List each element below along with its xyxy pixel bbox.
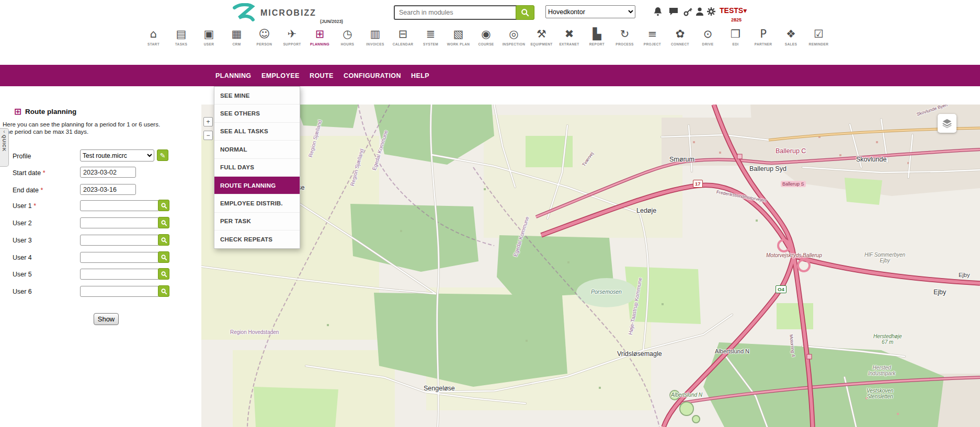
map-zoom-in-button[interactable]: + <box>203 117 213 126</box>
module-support[interactable]: ✈SUPPORT <box>278 27 306 46</box>
chat-icon[interactable] <box>668 6 680 18</box>
module-toolbar: ⌂START ▤TASKS ▣USER ▦CRM ☺PERSON ✈SUPPOR… <box>140 27 833 46</box>
search-icon <box>520 8 530 17</box>
user3-input[interactable] <box>80 235 159 246</box>
user3-label: User 3 <box>13 237 32 244</box>
module-sales[interactable]: ❖SALES <box>777 27 805 46</box>
module-invoices[interactable]: ▥INVOICES <box>361 27 389 46</box>
route-planning-panel: ⊞ Route planning Here you can see the pl… <box>0 86 201 427</box>
user5-search-button[interactable] <box>158 268 169 280</box>
module-tasks[interactable]: ▤TASKS <box>167 27 195 46</box>
map-label-town: Ballerup C <box>776 147 806 155</box>
search-button[interactable] <box>516 5 534 20</box>
user2-label: User 2 <box>13 220 32 227</box>
edit-profile-button[interactable]: ✎ <box>157 149 168 161</box>
map-layers-button[interactable] <box>938 114 956 133</box>
module-start[interactable]: ⌂START <box>140 27 167 46</box>
menu-item-full-days[interactable]: FULL DAYS <box>214 159 300 177</box>
module-edi[interactable]: ❒EDI <box>722 27 749 46</box>
route-map[interactable]: ngløse Smørum Tværvej Ballerup Syd Balle… <box>201 105 980 427</box>
module-reminder[interactable]: ☑REMINDER <box>805 27 833 46</box>
map-label-town: Ejby <box>959 272 970 278</box>
planning-dropdown-menu: SEE MINE SEE OTHERS SEE ALL TASKS NORMAL… <box>214 86 300 249</box>
user3-search-button[interactable] <box>158 234 169 246</box>
company-select[interactable]: Hovedkontor <box>545 5 635 18</box>
user6-input[interactable] <box>80 286 159 297</box>
module-process[interactable]: ↻PROCESS <box>611 27 639 46</box>
map-label-station: Ballerup S <box>781 181 806 187</box>
user2-input[interactable] <box>80 217 159 228</box>
menu-item-normal[interactable]: NORMAL <box>214 141 300 158</box>
reminder-icon: ☑ <box>814 27 824 41</box>
module-connect[interactable]: ✿CONNECT <box>666 27 694 46</box>
module-report[interactable]: ▙REPORT <box>583 27 611 46</box>
user5-input[interactable] <box>80 269 159 280</box>
system-sliders-icon: ≣ <box>426 27 436 41</box>
show-button[interactable]: Show <box>94 313 119 325</box>
layers-icon <box>941 118 953 129</box>
inspection-icon: ◎ <box>509 27 518 41</box>
module-drive[interactable]: ⊙DRIVE <box>694 27 722 46</box>
module-crm[interactable]: ▦CRM <box>223 27 250 46</box>
module-course[interactable]: ◉COURSE <box>472 27 500 46</box>
map-label-town: Albertslund N <box>715 348 749 354</box>
module-inspection[interactable]: ◎INSPECTION <box>500 27 528 46</box>
profile-select[interactable]: Test route.micrc <box>80 149 154 161</box>
module-work-plan[interactable]: ▧WORK PLAN <box>445 27 472 46</box>
notifications-bell-icon[interactable] <box>653 6 664 18</box>
microbizz-app: MICROBIZZ (JUN/2023) Hovedkontor TESTS▾ <box>0 0 980 427</box>
menu-item-see-mine[interactable]: SEE MINE <box>214 87 300 105</box>
menu-route[interactable]: ROUTE <box>310 65 334 86</box>
menu-item-employee-distrib[interactable]: EMPLOYEE DISTRIB. <box>214 194 300 212</box>
map-label-town: Ledøje <box>636 207 656 214</box>
user5-label: User 5 <box>13 271 32 278</box>
module-system[interactable]: ≣SYSTEM <box>417 27 445 46</box>
module-planning[interactable]: ⊞PLANNING <box>306 27 334 46</box>
key-icon[interactable] <box>683 6 694 18</box>
route-ref-badge: 17 <box>693 180 703 188</box>
menu-item-check-repeats[interactable]: CHECK REPEATS <box>214 230 300 248</box>
menu-item-see-all-tasks[interactable]: SEE ALL TASKS <box>214 123 300 141</box>
module-user[interactable]: ▣USER <box>195 27 223 46</box>
user2-search-button[interactable] <box>158 217 169 228</box>
module-calendar[interactable]: ⊟CALENDAR <box>389 27 417 46</box>
menu-planning[interactable]: PLANNING <box>215 65 251 86</box>
map-zoom-out-button[interactable]: − <box>203 131 213 140</box>
quick-panel-tab[interactable]: ‹ QUICK <box>0 128 9 167</box>
profile-label: Profile <box>13 153 31 160</box>
support-icon: ✈ <box>288 27 297 41</box>
user1-search-button[interactable] <box>158 200 169 211</box>
module-hours[interactable]: ◷HOURS <box>334 27 361 46</box>
environment-menu[interactable]: TESTS▾ <box>720 6 747 15</box>
user6-label: User 6 <box>13 288 32 295</box>
menu-item-see-others[interactable]: SEE OTHERS <box>214 105 300 122</box>
user4-input[interactable] <box>80 252 159 263</box>
main-menubar: PLANNING EMPLOYEE ROUTE CONFIGURATION HE… <box>0 65 980 86</box>
module-equipment[interactable]: ⚒EQUIPMENT <box>528 27 555 46</box>
microbizz-logo-icon <box>230 3 257 23</box>
pencil-icon: ✎ <box>160 152 166 159</box>
menu-employee[interactable]: EMPLOYEE <box>261 65 300 86</box>
menu-item-per-task[interactable]: PER TASK <box>214 213 300 230</box>
menu-help[interactable]: HELP <box>411 65 429 86</box>
start-date-input[interactable] <box>80 167 136 178</box>
module-extranet[interactable]: ✖EXTRANET <box>555 27 583 46</box>
search-input[interactable] <box>394 5 518 20</box>
module-person[interactable]: ☺PERSON <box>250 27 278 46</box>
map-label-junction: Motorvejskryds Ballerup <box>766 252 822 258</box>
work-plan-icon: ▧ <box>453 27 464 41</box>
module-partner[interactable]: PPARTNER <box>749 27 777 46</box>
menu-item-route-planning[interactable]: ROUTE PLANNING <box>214 177 300 194</box>
panel-description-line1: Here you can see the planning for a peri… <box>3 121 160 128</box>
user4-search-button[interactable] <box>158 251 169 263</box>
end-date-input[interactable] <box>80 184 136 195</box>
route-planning-icon: ⊞ <box>14 106 21 117</box>
drive-car-icon: ⊙ <box>703 27 713 41</box>
module-project[interactable]: ≡PROJECT <box>639 27 666 46</box>
user1-input[interactable] <box>80 200 159 211</box>
user6-search-button[interactable] <box>158 285 169 297</box>
panel-title: Route planning <box>25 108 76 116</box>
user-profile-icon[interactable] <box>694 6 706 18</box>
settings-gear-icon[interactable] <box>706 6 717 18</box>
menu-configuration[interactable]: CONFIGURATION <box>344 65 401 86</box>
